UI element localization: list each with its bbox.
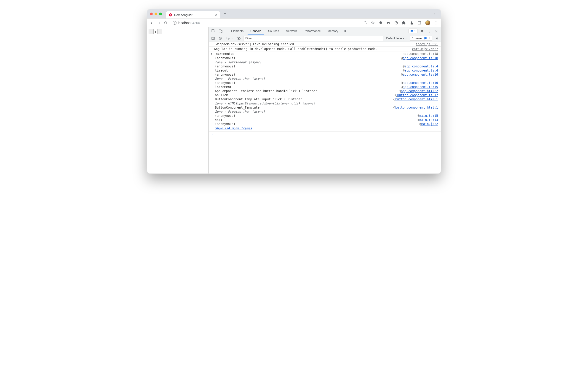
frame-location-link[interactable]: button.component.ts:17 bbox=[397, 93, 438, 97]
frame-function: (anonymous) bbox=[215, 73, 401, 76]
console-settings-icon[interactable] bbox=[434, 36, 439, 41]
stack-frame: (anonymous) @ app.component.ts:16 bbox=[209, 81, 441, 85]
browser-menu-icon[interactable] bbox=[434, 21, 438, 25]
window-controls bbox=[150, 13, 162, 15]
at-symbol: @ bbox=[401, 56, 403, 60]
source-link[interactable]: index.js:551 bbox=[416, 42, 438, 46]
collapse-caret-icon[interactable]: ▼ bbox=[211, 52, 214, 55]
tab-elements[interactable]: Elements bbox=[229, 27, 246, 35]
stack-frame: (anonymous) @ app.component.ts:4 bbox=[209, 64, 441, 68]
extension-skull-icon[interactable] bbox=[379, 21, 383, 25]
minimize-window-button[interactable] bbox=[155, 13, 157, 15]
show-more-frames-link[interactable]: Show 234 more frames bbox=[209, 126, 441, 130]
devtools-tabbar: Elements Console Sources Network Perform… bbox=[209, 27, 441, 35]
frame-location-link[interactable]: app.component.ts:16 bbox=[403, 73, 438, 76]
context-selector[interactable]: top bbox=[225, 36, 234, 40]
zone-boundary: Zone - Promise.then (async) bbox=[209, 109, 441, 114]
at-symbol: @ bbox=[401, 81, 403, 85]
toggle-sidebar-icon[interactable] bbox=[210, 36, 216, 41]
more-tabs-icon[interactable] bbox=[342, 28, 348, 34]
frame-location-link[interactable]: app.component.ts:4 bbox=[405, 68, 438, 72]
toolbar-right bbox=[363, 20, 438, 25]
devtools-settings-icon[interactable] bbox=[419, 28, 425, 34]
at-symbol: @ bbox=[403, 68, 405, 72]
stack-frame: (anonymous) @ main.ts:15 bbox=[209, 114, 441, 118]
at-symbol: @ bbox=[393, 97, 395, 101]
trace-source-link[interactable]: app.component.ts:18 bbox=[403, 52, 438, 56]
site-info-icon[interactable]: i bbox=[173, 21, 176, 25]
frame-location-link[interactable]: app.component.ts:4 bbox=[405, 65, 438, 68]
frame-function: timeout bbox=[215, 68, 403, 72]
decrement-button[interactable]: - bbox=[157, 29, 162, 34]
tab-sources[interactable]: Sources bbox=[265, 27, 282, 35]
tab-list-button[interactable] bbox=[431, 12, 438, 16]
log-levels-selector[interactable]: Default levels bbox=[385, 36, 408, 40]
stack-frame: (anonymous) @ app.component.ts:18 bbox=[209, 56, 441, 60]
console-prompt[interactable]: › bbox=[209, 132, 441, 137]
forward-button[interactable] bbox=[157, 21, 161, 25]
content-area: + 1 - Elements Console Sources Network P bbox=[147, 27, 441, 173]
bookmark-star-icon[interactable] bbox=[371, 21, 375, 25]
frame-location-link[interactable]: button.component.html:1 bbox=[395, 106, 438, 109]
stack-frame: (anonymous) @ app.component.ts:16 bbox=[209, 72, 441, 77]
new-tab-button[interactable]: + bbox=[222, 11, 228, 16]
reload-button[interactable] bbox=[164, 21, 168, 25]
frame-function: (anonymous) bbox=[215, 56, 401, 60]
stack-frame: onClick @ button.component.ts:17 bbox=[209, 93, 441, 97]
address-bar[interactable]: i localhost:4200 bbox=[170, 20, 360, 26]
stack-frame: ButtonComponent_Template @ button.compon… bbox=[209, 105, 441, 109]
devtools-menu-icon[interactable] bbox=[426, 28, 432, 34]
profile-avatar[interactable] bbox=[425, 20, 430, 25]
extension-eye-icon[interactable] bbox=[394, 21, 398, 25]
issues-indicator[interactable]: 1 Issue: 1 bbox=[410, 36, 432, 41]
tab-performance[interactable]: Performance bbox=[301, 27, 323, 35]
close-tab-button[interactable]: × bbox=[215, 13, 217, 17]
svg-point-1 bbox=[396, 22, 397, 23]
share-icon[interactable] bbox=[363, 21, 367, 25]
at-symbol: @ bbox=[420, 122, 421, 126]
side-panel-icon[interactable] bbox=[418, 21, 422, 25]
message-text: [webpack-dev-server] Live Reloading enab… bbox=[214, 42, 416, 46]
zone-boundary: Zone - HTMLInputElement.addEventListener… bbox=[209, 101, 441, 105]
inspect-element-icon[interactable] bbox=[210, 28, 216, 34]
clear-console-icon[interactable] bbox=[218, 36, 223, 41]
devtools-close-icon[interactable] bbox=[433, 28, 439, 34]
source-link[interactable]: core.mjs:25627 bbox=[412, 47, 438, 51]
browser-window: DemoAngular × + i localhost:4200 bbox=[147, 9, 441, 174]
console-message: Angular is running in development mode. … bbox=[209, 47, 441, 51]
frame-location-link[interactable]: app.component.html:2 bbox=[401, 89, 438, 93]
frame-function: AppComponent_Template_app_button_handleC… bbox=[215, 89, 399, 93]
maximize-window-button[interactable] bbox=[159, 13, 162, 15]
frame-location-link[interactable]: button.component.html:1 bbox=[395, 97, 438, 101]
back-button[interactable] bbox=[150, 21, 154, 25]
frame-location-link[interactable]: app.component.ts:16 bbox=[403, 81, 438, 85]
tab-console[interactable]: Console bbox=[248, 27, 264, 35]
increment-button[interactable]: + bbox=[149, 29, 154, 34]
browser-tab[interactable]: DemoAngular × bbox=[165, 11, 220, 19]
frame-location-link[interactable]: main.ts:15 bbox=[420, 114, 438, 118]
at-symbol: @ bbox=[395, 93, 397, 97]
at-symbol: @ bbox=[403, 65, 405, 68]
extensions-icon[interactable] bbox=[402, 21, 406, 25]
live-expression-icon[interactable] bbox=[236, 36, 241, 41]
frame-location-link[interactable]: app.component.ts:18 bbox=[403, 56, 438, 60]
filter-input[interactable] bbox=[243, 36, 383, 41]
frame-location-link[interactable]: app.component.ts:15 bbox=[403, 85, 438, 89]
zone-boundary: Zone - setTimeout (async) bbox=[209, 60, 441, 64]
stack-frame: 4431 @ main.ts:13 bbox=[209, 118, 441, 122]
stack-frame: AppComponent_Template_app_button_handleC… bbox=[209, 89, 441, 93]
frame-function: (anonymous) bbox=[215, 122, 420, 126]
extension-incognito-icon[interactable] bbox=[386, 21, 391, 25]
close-window-button[interactable] bbox=[150, 13, 153, 15]
tab-network[interactable]: Network bbox=[283, 27, 300, 35]
messages-badge[interactable]: 1 bbox=[409, 29, 418, 33]
device-toolbar-icon[interactable] bbox=[218, 28, 224, 34]
frame-location-link[interactable]: main.js:2 bbox=[421, 122, 438, 126]
toolbar: i localhost:4200 bbox=[147, 19, 441, 27]
svg-point-4 bbox=[436, 21, 436, 22]
devtools-panel: Elements Console Sources Network Perform… bbox=[209, 27, 441, 173]
extension-flask-icon[interactable] bbox=[410, 21, 414, 25]
rendered-page: + 1 - bbox=[147, 27, 209, 173]
frame-location-link[interactable]: main.ts:13 bbox=[420, 118, 438, 122]
tab-memory[interactable]: Memory bbox=[325, 27, 341, 35]
